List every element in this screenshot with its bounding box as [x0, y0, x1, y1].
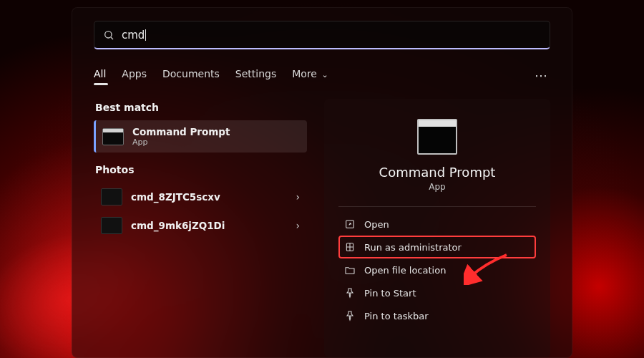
detail-subtitle: App: [429, 182, 445, 192]
result-photo-0[interactable]: cmd_8ZJTC5scxv ›: [94, 183, 307, 211]
action-pin-to-taskbar[interactable]: Pin to taskbar: [338, 304, 536, 327]
action-open[interactable]: Open: [338, 213, 536, 236]
divider: [338, 206, 536, 207]
section-best-match: Best match: [95, 102, 307, 113]
start-search-panel: cmd All Apps Documents Settings More ⌄ ⋯…: [72, 7, 572, 358]
open-icon: [344, 218, 356, 230]
chevron-down-icon: ⌄: [319, 70, 328, 79]
tab-apps[interactable]: Apps: [122, 68, 147, 84]
overflow-menu-button[interactable]: ⋯: [533, 65, 550, 86]
image-thumb-icon: [101, 188, 122, 205]
svg-point-0: [105, 31, 112, 37]
tabs-row: All Apps Documents Settings More ⌄ ⋯: [94, 65, 550, 86]
result-subtitle: App: [132, 137, 230, 147]
search-icon: [103, 29, 114, 41]
detail-title: Command Prompt: [379, 165, 496, 180]
detail-panel: Command Prompt App Open Run as administr…: [324, 99, 550, 357]
image-thumb-icon: [101, 217, 122, 234]
tab-more[interactable]: More ⌄: [292, 68, 328, 84]
text-caret: [145, 29, 146, 41]
result-title: cmd_8ZJTC5scxv: [131, 191, 220, 203]
result-title: cmd_9mk6jZQ1Di: [131, 220, 225, 231]
pin-icon: [344, 287, 356, 299]
command-prompt-icon: [102, 128, 124, 145]
tab-all[interactable]: All: [94, 68, 106, 84]
search-query: cmd: [122, 29, 146, 42]
pin-icon: [344, 310, 356, 321]
section-photos: Photos: [95, 164, 307, 175]
svg-line-1: [111, 37, 113, 39]
shield-icon: [344, 241, 356, 253]
chevron-right-icon: ›: [296, 220, 300, 231]
command-prompt-icon: [417, 119, 457, 155]
tab-documents[interactable]: Documents: [162, 68, 220, 84]
result-photo-1[interactable]: cmd_9mk6jZQ1Di ›: [94, 211, 307, 240]
action-run-as-administrator[interactable]: Run as administrator: [338, 236, 536, 258]
action-pin-to-start[interactable]: Pin to Start: [338, 281, 536, 304]
folder-icon: [344, 264, 356, 276]
tab-settings[interactable]: Settings: [235, 68, 276, 84]
result-title: Command Prompt: [132, 126, 230, 137]
action-open-file-location[interactable]: Open file location: [338, 258, 536, 281]
chevron-right-icon: ›: [296, 191, 300, 203]
result-best-match[interactable]: Command Prompt App: [94, 120, 307, 153]
search-input[interactable]: cmd: [94, 21, 550, 49]
results-column: Best match Command Prompt App Photos cmd…: [94, 99, 307, 357]
